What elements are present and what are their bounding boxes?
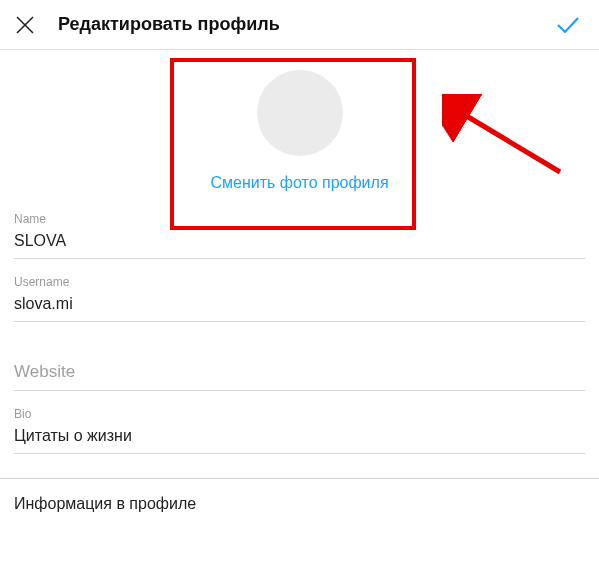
username-field: Username [14,267,585,322]
name-field: Name [14,204,585,259]
confirm-icon[interactable] [555,12,581,38]
username-label: Username [14,275,585,289]
website-field[interactable]: Website [14,356,585,391]
name-input[interactable] [14,228,585,258]
edit-form: Name Username Website Bio [0,204,599,454]
bio-field: Bio [14,399,585,454]
username-input[interactable] [14,291,585,321]
page-title: Редактировать профиль [58,14,280,35]
bio-label: Bio [14,407,585,421]
change-photo-button[interactable]: Сменить фото профиля [210,174,388,192]
avatar[interactable] [257,70,343,156]
bio-input[interactable] [14,423,585,453]
photo-section: Сменить фото профиля [0,50,599,204]
header: Редактировать профиль [0,0,599,50]
profile-info-section[interactable]: Информация в профиле [0,478,599,513]
website-placeholder: Website [14,362,75,381]
name-label: Name [14,212,585,226]
close-icon[interactable] [14,14,36,36]
